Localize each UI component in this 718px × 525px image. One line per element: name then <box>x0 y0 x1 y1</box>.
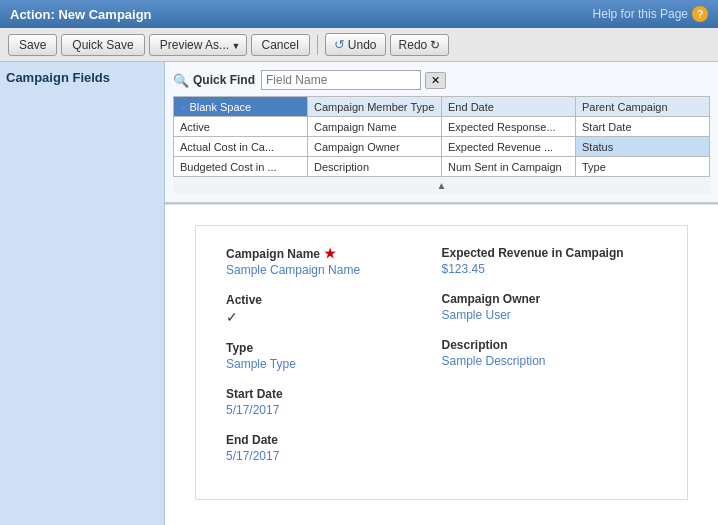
type-label: Type <box>226 341 422 355</box>
redo-icon: ↻ <box>430 38 440 52</box>
field-cell-start-date[interactable]: Start Date <box>576 117 710 137</box>
toolbar-divider <box>317 35 318 55</box>
left-column: Campaign Name ★ Sample Campaign Name Act… <box>226 246 442 479</box>
end-date-label: End Date <box>226 433 422 447</box>
help-icon: ? <box>692 6 708 22</box>
main-content: Campaign Fields 🔍 Quick Find ✕ + Blank S… <box>0 62 718 525</box>
preview-as-button[interactable]: Preview As... <box>149 34 247 56</box>
expected-revenue-value: $123.45 <box>442 262 638 276</box>
field-cell-blank-space[interactable]: + Blank Space <box>174 97 308 117</box>
preview-form: Campaign Name ★ Sample Campaign Name Act… <box>195 225 688 500</box>
cancel-button[interactable]: Cancel <box>251 34 310 56</box>
campaign-name-label: Campaign Name ★ <box>226 246 422 261</box>
sidebar-title: Campaign Fields <box>6 70 158 85</box>
description-label: Description <box>442 338 638 352</box>
quick-find-row: 🔍 Quick Find ✕ <box>173 70 710 90</box>
expected-revenue-label: Expected Revenue in Campaign <box>442 246 638 260</box>
type-value: Sample Type <box>226 357 422 371</box>
field-cell-expected-response[interactable]: Expected Response... <box>442 117 576 137</box>
quick-save-button[interactable]: Quick Save <box>61 34 144 56</box>
start-date-label: Start Date <box>226 387 422 401</box>
campaign-owner-value: Sample User <box>442 308 638 322</box>
field-grid: + Blank Space Campaign Member Type End D… <box>173 96 710 177</box>
description-field: Description Sample Description <box>442 338 658 368</box>
field-cell-type[interactable]: Type <box>576 157 710 177</box>
required-indicator: ★ <box>324 246 336 261</box>
right-column: Expected Revenue in Campaign $123.45 Cam… <box>442 246 658 479</box>
field-picker-panel: 🔍 Quick Find ✕ + Blank Space Campaign Me… <box>165 62 718 204</box>
field-cell-actual-cost[interactable]: Actual Cost in Ca... <box>174 137 308 157</box>
active-label: Active <box>226 293 422 307</box>
field-label-blank-space: Blank Space <box>189 101 251 113</box>
field-cell-parent-campaign[interactable]: Parent Campaign <box>576 97 710 117</box>
description-value: Sample Description <box>442 354 638 368</box>
field-cell-budgeted-cost[interactable]: Budgeted Cost in ... <box>174 157 308 177</box>
quick-find-input[interactable] <box>261 70 421 90</box>
campaign-name-value: Sample Campaign Name <box>226 263 422 277</box>
field-cell-expected-revenue[interactable]: Expected Revenue ... <box>442 137 576 157</box>
field-cell-campaign-owner[interactable]: Campaign Owner <box>308 137 442 157</box>
page-title: Action: New Campaign <box>10 7 152 22</box>
undo-icon: ↺ <box>334 37 345 52</box>
page-header: Action: New Campaign Help for this Page … <box>0 0 718 28</box>
redo-label: Redo <box>399 38 428 52</box>
toolbar: Save Quick Save Preview As... Cancel ↺ U… <box>0 28 718 62</box>
campaign-owner-label: Campaign Owner <box>442 292 638 306</box>
field-cell-status[interactable]: Status <box>576 137 710 157</box>
campaign-fields-sidebar: Campaign Fields <box>0 62 165 525</box>
undo-label: Undo <box>348 38 377 52</box>
field-cell-campaign-member-type[interactable]: Campaign Member Type <box>308 97 442 117</box>
help-text: Help for this Page <box>593 7 688 21</box>
add-icon: + <box>180 101 186 113</box>
end-date-field: End Date 5/17/2017 <box>226 433 442 463</box>
end-date-value: 5/17/2017 <box>226 449 422 463</box>
start-date-field: Start Date 5/17/2017 <box>226 387 442 417</box>
field-cell-num-sent[interactable]: Num Sent in Campaign <box>442 157 576 177</box>
expected-revenue-field: Expected Revenue in Campaign $123.45 <box>442 246 658 276</box>
preview-area: Campaign Name ★ Sample Campaign Name Act… <box>165 204 718 525</box>
undo-button[interactable]: ↺ Undo <box>325 33 386 56</box>
campaign-name-field: Campaign Name ★ Sample Campaign Name <box>226 246 442 277</box>
field-cell-end-date[interactable]: End Date <box>442 97 576 117</box>
field-cell-active[interactable]: Active <box>174 117 308 137</box>
start-date-value: 5/17/2017 <box>226 403 422 417</box>
field-cell-description[interactable]: Description <box>308 157 442 177</box>
form-grid: Campaign Name ★ Sample Campaign Name Act… <box>226 246 657 479</box>
quick-find-label: Quick Find <box>193 73 255 87</box>
search-icon: 🔍 <box>173 73 189 88</box>
save-button[interactable]: Save <box>8 34 57 56</box>
active-field: Active ✓ <box>226 293 442 325</box>
type-field: Type Sample Type <box>226 341 442 371</box>
field-cell-campaign-name[interactable]: Campaign Name <box>308 117 442 137</box>
campaign-owner-field: Campaign Owner Sample User <box>442 292 658 322</box>
redo-button[interactable]: Redo ↻ <box>390 34 450 56</box>
scroll-down-arrow[interactable]: ▲ <box>437 180 447 191</box>
active-value: ✓ <box>226 309 422 325</box>
scroll-indicator: ▲ <box>173 177 710 194</box>
right-panel: 🔍 Quick Find ✕ + Blank Space Campaign Me… <box>165 62 718 525</box>
help-link[interactable]: Help for this Page ? <box>593 6 708 22</box>
clear-search-button[interactable]: ✕ <box>425 72 446 89</box>
